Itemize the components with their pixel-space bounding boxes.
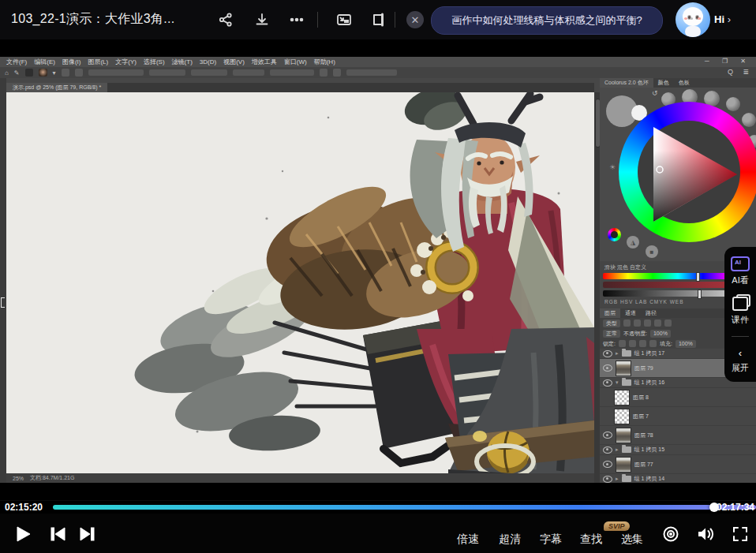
find-button[interactable]: 查找 (580, 532, 602, 547)
folder-icon (622, 350, 631, 357)
ps-menu-item: 窗口(W) (284, 58, 307, 66)
ps-left-marker (1, 297, 5, 308)
opacity-value: 100% (650, 330, 671, 338)
side-tools-panel: AI看 课件 ‹ 展开 (724, 247, 756, 382)
video-title: 103_22-1演示：大作业3角... (11, 11, 175, 28)
ps-options-bar: ⌂ ✎ ▾ (0, 67, 756, 78)
ps-menu-item: 文字(Y) (115, 58, 137, 66)
tab-layers: 图层 (600, 308, 620, 318)
zoom-level: 25% (13, 476, 24, 481)
visibility-eye-icon (603, 461, 612, 468)
loop-record-icon[interactable] (662, 525, 681, 543)
episodes-button[interactable]: 选集 (621, 532, 643, 547)
option-field (346, 69, 397, 76)
ps-document-tab: 演示.psd @ 25% (图层 79, RGB/8) * (6, 83, 107, 92)
folder-icon (622, 447, 631, 453)
brush-preset-icon (726, 97, 740, 111)
expand-button[interactable]: ‹ 展开 (732, 347, 749, 374)
tab-color: 颜色 (653, 78, 674, 88)
avatar-body (685, 26, 701, 37)
layer-group-row: ▸ 组 1 拷贝 14 (600, 474, 756, 483)
ps-menu-item: 帮助(H) (314, 58, 335, 66)
progress-bar[interactable] (53, 505, 756, 510)
ai-question-pill[interactable]: 画作中如何处理线稿与体积感之间的平衡? (431, 6, 663, 35)
subtitle-button[interactable]: 字幕 (540, 532, 562, 547)
toolbar-divider (317, 12, 318, 28)
ps-menu-item: 编辑(E) (34, 58, 55, 66)
download-icon[interactable] (253, 10, 271, 29)
next-button[interactable] (77, 525, 98, 544)
smoothing-field (233, 69, 264, 76)
play-button[interactable] (13, 525, 33, 544)
lock-label: 锁定: (603, 340, 616, 348)
current-time: 02:15:20 (5, 502, 43, 513)
progress-row: 02:15:20 02:17:34 (0, 501, 756, 514)
player-controls: 倍速 超清 字幕 查找 SVIP 选集 (0, 514, 756, 553)
speed-button[interactable]: 倍速 (457, 532, 479, 547)
flow-field (191, 69, 227, 76)
volume-icon[interactable] (696, 525, 715, 543)
avatar-face (683, 7, 703, 26)
quality-button[interactable]: 超清 (499, 532, 521, 547)
duration-time: 02:17:34 (717, 502, 754, 513)
mini-player-icon[interactable] (335, 10, 354, 29)
dropdown-arrow-icon: ▾ (53, 69, 56, 77)
ps-status-bar: 25% 文档:84.7M/1.21G (6, 473, 594, 483)
ps-menu-item: 文件(F) (6, 58, 27, 66)
assistant-avatar[interactable] (676, 2, 710, 37)
svip-badge: SVIP (604, 521, 630, 531)
layer-row: 图层 8 (600, 388, 756, 407)
pressure-icon (320, 69, 327, 77)
fill-value: 100% (676, 340, 696, 348)
ps-canvas (6, 92, 594, 473)
layer-row: 图层 78 (600, 426, 756, 445)
brush-panel-icon (62, 69, 69, 77)
ps-document-tab-bar: 演示.psd @ 25% (图层 79, RGB/8) * (6, 83, 594, 92)
option-field (88, 69, 144, 76)
brightness-icon: ☀ (609, 163, 616, 171)
layer-group-row: ▸ 组 1 拷贝 15 (600, 445, 756, 455)
previous-button[interactable] (47, 525, 68, 544)
ps-menu-item: 图层(L) (88, 58, 108, 66)
layer-thumbnail (616, 457, 631, 473)
layer-thumbnail (616, 361, 631, 376)
visibility-eye-icon (603, 476, 612, 483)
avatar-cheek (698, 17, 701, 20)
video-frame[interactable]: 文件(F) 编辑(E) 图像(I) 图层(L) 文字(Y) 选择(S) 滤镜(T… (0, 39, 756, 501)
color-panel-tabs: Coolorus 2.0 色环 颜色 色板 (600, 78, 756, 88)
assistant-greeting[interactable]: Hi › (714, 13, 731, 25)
shape-button: ■ (646, 245, 658, 258)
visibility-eye-icon (603, 432, 612, 439)
more-icon[interactable] (287, 10, 306, 29)
avatar-eye (687, 15, 691, 20)
ps-menu-item: 图像(I) (62, 58, 81, 66)
tab-channels: 通道 (620, 308, 641, 318)
layer-thumbnail (614, 409, 630, 424)
theater-mode-icon[interactable] (369, 10, 388, 29)
top-bar: 103_22-1演示：大作业3角... ✕ 画作中如何处理线稿与体积感之间的平衡… (0, 0, 756, 39)
undo-icon: ↺ (652, 89, 658, 97)
opacity-field (149, 69, 185, 76)
ai-view-button[interactable]: AI看 (731, 256, 750, 286)
coolorus-color-wheel: ↺ ☀ (600, 88, 756, 261)
saturation-triangle (636, 119, 747, 230)
ai-camera-icon (731, 256, 750, 271)
close-question-icon[interactable]: ✕ (406, 11, 424, 28)
document-size: 文档:84.7M/1.21G (30, 474, 74, 482)
photoshop-window: 文件(F) 编辑(E) 图像(I) 图层(L) 文字(Y) 选择(S) 滤镜(T… (0, 57, 756, 483)
ps-menu-bar: 文件(F) 编辑(E) 图像(I) 图层(L) 文字(Y) 选择(S) 滤镜(T… (0, 57, 756, 67)
option-field (270, 69, 314, 76)
folder-icon (622, 379, 631, 386)
fill-label: 填充: (660, 340, 672, 348)
share-icon[interactable] (216, 10, 235, 29)
home-icon: ⌂ (5, 69, 9, 77)
tab-paths: 路径 (641, 308, 661, 318)
visibility-eye-icon (603, 447, 612, 454)
ps-menu-item: 选择(S) (144, 58, 165, 66)
ps-menu-item: 增效工具 (252, 58, 277, 66)
airbrush-icon (75, 69, 83, 77)
courseware-button[interactable]: 课件 (732, 297, 749, 326)
fullscreen-icon[interactable] (732, 525, 750, 543)
blend-mode-dropdown: 正常 (603, 330, 620, 338)
visibility-eye-icon (603, 379, 612, 387)
